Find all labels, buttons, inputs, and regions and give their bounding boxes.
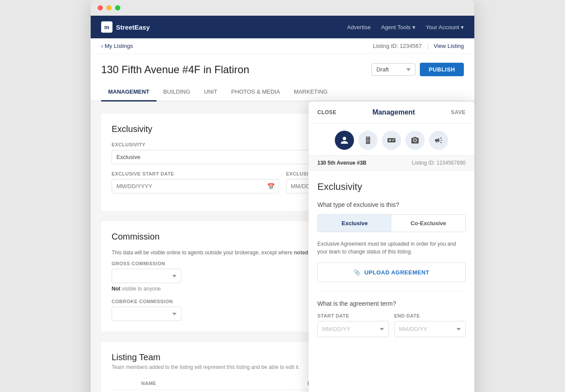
view-listing-link[interactable]: View Listing bbox=[434, 43, 464, 49]
modal-divider bbox=[317, 291, 466, 291]
top-nav: m StreetEasy Advertise Agent Tools ▾ You… bbox=[91, 16, 474, 38]
minimize-dot[interactable] bbox=[106, 5, 112, 10]
nav-links: Advertise Agent Tools ▾ Your Account ▾ bbox=[347, 24, 464, 30]
team-title-group: Listing Team Team members added to the l… bbox=[112, 352, 300, 370]
modal-listing-bar: 130 5th Avenue #3B Listing ID: 123456789… bbox=[309, 155, 474, 171]
modal-end-date-group: END DATE MM/DD/YY bbox=[394, 313, 466, 337]
modal-notice: Exclusive Agreement must be uploaded in … bbox=[317, 240, 466, 256]
modal-start-date-label: START DATE bbox=[317, 313, 389, 318]
modal-icon-megaphone[interactable] bbox=[429, 131, 448, 150]
modal-panel: CLOSE Management SAVE bbox=[309, 101, 474, 392]
modal-end-date-label: END DATE bbox=[394, 313, 466, 318]
start-date-input[interactable] bbox=[112, 179, 279, 193]
agreement-term-title: What is the agreement term? bbox=[317, 300, 466, 307]
browser-chrome bbox=[91, 0, 474, 16]
tab-photos-media[interactable]: PHOTOS & MEDIA bbox=[224, 83, 287, 101]
team-title: Listing Team bbox=[112, 352, 300, 362]
modal-listing-id: Listing ID: 1234567890 bbox=[412, 160, 466, 166]
member-name: Otis Hoyt-Barnum bbox=[136, 390, 302, 392]
modal-title: Management bbox=[372, 108, 415, 116]
status-select[interactable]: Draft Active Off Market bbox=[371, 63, 415, 76]
modal-listing-address: 130 5th Avenue #3B bbox=[317, 160, 367, 166]
modal-icon-camera[interactable] bbox=[405, 131, 425, 150]
gross-commission-select[interactable] bbox=[112, 269, 181, 283]
modal-end-date-select[interactable]: MM/DD/YY bbox=[394, 321, 466, 337]
paperclip-icon-modal: 📎 bbox=[354, 269, 361, 276]
modal-start-date-select[interactable]: MM/DD/YY bbox=[317, 321, 389, 337]
nav-advertise[interactable]: Advertise bbox=[347, 24, 371, 30]
modal-save-button[interactable]: SAVE bbox=[451, 109, 466, 115]
logo-icon: m bbox=[101, 21, 112, 33]
modal-header: CLOSE Management SAVE bbox=[309, 101, 474, 124]
page-header: 130 Fifth Avenue #4F in Flatiron Draft A… bbox=[91, 54, 474, 76]
modal-icons bbox=[309, 124, 474, 155]
modal-body: Exclusivity What type of exclusive is th… bbox=[309, 171, 474, 348]
chevron-icon: ▾ bbox=[461, 24, 464, 30]
modal-start-date-group: START DATE MM/DD/YY bbox=[317, 313, 389, 337]
tab-building[interactable]: BUILDING bbox=[157, 83, 197, 101]
modal-close-button[interactable]: CLOSE bbox=[317, 109, 337, 115]
tab-marketing[interactable]: MARKETING bbox=[287, 83, 334, 101]
calendar-icon: 📅 bbox=[267, 183, 275, 190]
header-actions: Draft Active Off Market PUBLISH bbox=[371, 63, 464, 76]
breadcrumb-bar: My Listings Listing ID: 1234567 | View L… bbox=[91, 38, 474, 54]
back-link[interactable]: My Listings bbox=[101, 43, 133, 49]
start-date-label: EXCLUSIVE START DATE bbox=[112, 171, 279, 176]
start-date-group: EXCLUSIVE START DATE 📅 bbox=[112, 171, 279, 193]
nav-account[interactable]: Your Account ▾ bbox=[426, 24, 464, 30]
tab-unit[interactable]: UNIT bbox=[197, 83, 224, 101]
listing-meta: Listing ID: 1234567 | View Listing bbox=[373, 43, 464, 49]
page-title: 130 Fifth Avenue #4F in Flatiron bbox=[101, 64, 249, 76]
close-dot[interactable] bbox=[98, 5, 103, 10]
modal-icon-building[interactable] bbox=[358, 131, 378, 150]
upload-agreement-button[interactable]: 📎 UPLOAD AGREEMENT bbox=[317, 263, 466, 282]
col-name: NAME bbox=[136, 377, 302, 390]
modal-section-title: Exclusivity bbox=[317, 181, 466, 193]
divider: | bbox=[427, 43, 428, 49]
nav-agent-tools[interactable]: Agent Tools ▾ bbox=[381, 24, 415, 30]
exclusive-toggle: Exclusive Co-Exclusive bbox=[317, 214, 466, 232]
modal-date-row: START DATE MM/DD/YY END DATE MM/DD/YY bbox=[317, 313, 466, 337]
publish-button[interactable]: PUBLISH bbox=[420, 63, 464, 76]
modal-question: What type of exclusive is this? bbox=[317, 201, 466, 208]
exclusive-option[interactable]: Exclusive bbox=[318, 215, 391, 232]
chevron-icon: ▾ bbox=[412, 24, 415, 30]
start-date-wrap: 📅 bbox=[112, 179, 279, 193]
listing-id: Listing ID: 1234567 bbox=[373, 43, 422, 49]
maximize-dot[interactable] bbox=[115, 5, 120, 10]
main-content: Exclusivity EXCLUSIVITY Exclusive 📎 ATTA… bbox=[91, 101, 474, 392]
coexclusive-option[interactable]: Co-Exclusive bbox=[391, 215, 465, 232]
logo-text: StreetEasy bbox=[116, 24, 150, 31]
modal-icon-game[interactable] bbox=[382, 131, 401, 150]
modal-icon-person[interactable] bbox=[335, 131, 354, 150]
cobroke-select[interactable] bbox=[112, 307, 181, 321]
team-subtitle: Team members added to the listing will r… bbox=[112, 364, 300, 370]
logo[interactable]: m StreetEasy bbox=[101, 21, 150, 33]
tab-management[interactable]: MANAGEMENT bbox=[101, 83, 157, 101]
tab-nav: MANAGEMENT BUILDING UNIT PHOTOS & MEDIA … bbox=[91, 83, 474, 101]
